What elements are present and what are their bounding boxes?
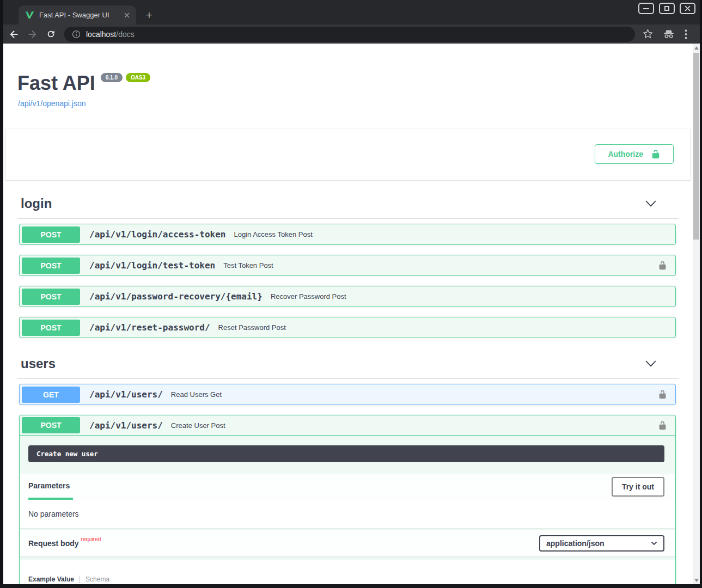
operation-summary[interactable]: POST /api/v1/password-recovery/{email} R… <box>20 286 675 307</box>
operation-summary-text: Recover Password Post <box>271 292 346 301</box>
oas3-badge: OAS3 <box>126 73 150 82</box>
operation-row: POST /api/v1/reset-password/ Reset Passw… <box>19 317 676 338</box>
minimize-button[interactable] <box>638 3 654 14</box>
tab-title: Fast API - Swagger UI <box>39 11 122 19</box>
openapi-spec-link[interactable]: /api/v1/openapi.json <box>18 99 86 108</box>
scrollbar-thumb[interactable] <box>693 53 699 240</box>
section-title: users <box>21 356 56 371</box>
window-border-right <box>700 0 702 588</box>
forward-icon[interactable] <box>24 26 40 42</box>
operation-summary[interactable]: POST /api/v1/users/ Create User Post <box>20 415 675 436</box>
swagger-ui-page: Fast API 0.1.0 OAS3 /api/v1/openapi.json… <box>3 44 693 584</box>
browser-window: Fast API - Swagger UI + <box>0 0 702 588</box>
operation-path: /api/v1/login/access-token <box>89 229 225 240</box>
parameters-title: Parameters <box>28 474 73 500</box>
page-title: Fast API <box>17 72 95 95</box>
method-badge: POST <box>22 289 80 305</box>
operation-summary-text: Create User Post <box>171 421 225 430</box>
browser-tab[interactable]: Fast API - Swagger UI <box>19 5 136 24</box>
request-body-header: Request bodyrequired application/json <box>20 530 675 556</box>
operation-summary[interactable]: POST /api/v1/login/access-token Login Ac… <box>20 224 675 244</box>
url-host: localhost <box>86 30 116 39</box>
url-path: /docs <box>116 30 134 39</box>
operation-summary[interactable]: POST /api/v1/login/test-token Test Token… <box>20 255 675 275</box>
operation-path: /api/v1/users/ <box>89 389 163 400</box>
no-parameters-text: No parameters <box>20 500 675 528</box>
operation-summary[interactable]: GET /api/v1/users/ Read Users Get <box>20 384 675 405</box>
auth-lock-icon[interactable] <box>658 421 667 430</box>
method-badge: GET <box>22 387 80 403</box>
request-body-label: Request body <box>28 539 79 548</box>
operations-users: GET /api/v1/users/ Read Users Get POST <box>19 384 676 584</box>
media-type-select[interactable]: application/json <box>539 535 664 552</box>
tab-close-icon[interactable] <box>122 10 132 20</box>
model-example-block: Example Value Schema { <box>20 560 675 584</box>
close-button[interactable] <box>680 3 695 14</box>
media-type-value: application/json <box>546 539 605 548</box>
section-header-users[interactable]: users <box>17 348 679 379</box>
back-icon[interactable] <box>5 26 22 42</box>
operation-description: Create new user <box>28 445 664 462</box>
method-badge: POST <box>22 320 80 336</box>
operations-login: POST /api/v1/login/access-token Login Ac… <box>19 224 676 338</box>
version-badge: 0.1.0 <box>101 73 123 82</box>
section-header-login[interactable]: login <box>17 188 679 219</box>
operation-path: /api/v1/login/test-token <box>89 260 215 271</box>
window-border-bottom <box>0 584 702 588</box>
incognito-icon <box>663 29 675 39</box>
operation-summary-text: Login Access Token Post <box>234 230 312 238</box>
maximize-button[interactable] <box>659 3 675 14</box>
method-badge: POST <box>22 258 80 274</box>
operation-detail-body: Create new user Parameters Try it out No… <box>20 445 675 584</box>
auth-lock-icon[interactable] <box>658 390 667 399</box>
tab-example-value[interactable]: Example Value <box>28 575 74 583</box>
operation-row: POST /api/v1/login/access-token Login Ac… <box>19 224 676 245</box>
scheme-container: Authorize <box>5 128 691 180</box>
authorize-label: Authorize <box>608 150 643 158</box>
site-info-icon[interactable] <box>72 30 81 39</box>
page-viewport: Fast API 0.1.0 OAS3 /api/v1/openapi.json… <box>3 44 700 584</box>
tab-separator <box>80 575 80 583</box>
chevron-down-icon[interactable] <box>645 200 657 207</box>
operation-row-expanded: POST /api/v1/users/ Create User Post Cre… <box>19 415 676 584</box>
operation-row: POST /api/v1/password-recovery/{email} R… <box>19 286 676 307</box>
operation-path: /api/v1/password-recovery/{email} <box>89 291 263 302</box>
chevron-down-icon[interactable] <box>645 360 657 367</box>
page-scrollbar[interactable] <box>693 44 700 584</box>
scroll-down-icon[interactable] <box>693 576 700 584</box>
window-border-left <box>0 0 3 588</box>
authorize-button[interactable]: Authorize <box>595 144 674 164</box>
operation-summary-text: Reset Password Post <box>218 323 286 332</box>
section-title: login <box>21 196 52 211</box>
address-bar[interactable]: localhost/docs <box>64 27 635 42</box>
bookmark-star-icon[interactable] <box>643 29 653 39</box>
tab-schema[interactable]: Schema <box>86 575 109 583</box>
browser-toolbar: localhost/docs <box>3 24 700 44</box>
operation-summary-text: Read Users Get <box>171 390 222 399</box>
scroll-up-icon[interactable] <box>693 44 700 52</box>
operation-path: /api/v1/reset-password/ <box>89 322 210 333</box>
operation-summary[interactable]: POST /api/v1/reset-password/ Reset Passw… <box>20 317 675 338</box>
operation-row: GET /api/v1/users/ Read Users Get <box>19 384 676 405</box>
api-info-block: Fast API 0.1.0 OAS3 /api/v1/openapi.json <box>3 44 693 108</box>
select-chevron-icon <box>651 541 657 546</box>
new-tab-button[interactable]: + <box>142 8 157 23</box>
parameters-header: Parameters Try it out <box>20 474 675 500</box>
try-it-out-button[interactable]: Try it out <box>612 477 664 497</box>
menu-dots-icon[interactable] <box>685 29 687 39</box>
operation-row: POST /api/v1/login/test-token Test Token… <box>19 255 676 276</box>
operation-summary-text: Test Token Post <box>223 261 273 270</box>
browser-titlebar: Fast API - Swagger UI + <box>0 0 702 24</box>
refresh-icon[interactable] <box>42 26 59 42</box>
operation-path: /api/v1/users/ <box>89 420 163 431</box>
required-label: required <box>81 536 101 542</box>
method-badge: POST <box>22 226 80 243</box>
auth-lock-icon[interactable] <box>658 261 667 270</box>
unlocked-padlock-icon <box>651 149 661 159</box>
favicon-v-icon <box>25 11 34 19</box>
method-badge: POST <box>22 417 80 433</box>
